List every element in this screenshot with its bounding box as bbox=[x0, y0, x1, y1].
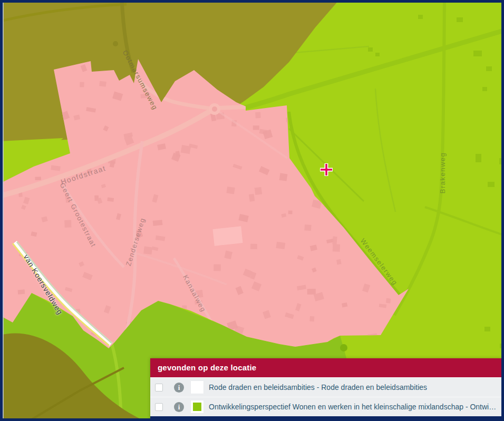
result-row: i Ontwikkelingsperspectief Wonen en werk… bbox=[150, 397, 501, 416]
results-panel-title: gevonden op deze locatie bbox=[150, 358, 501, 377]
result-checkbox[interactable] bbox=[155, 403, 163, 411]
roundabout bbox=[209, 103, 220, 115]
result-checkbox[interactable] bbox=[155, 384, 163, 391]
layer-swatch-green bbox=[191, 400, 203, 413]
result-label: Rode draden en beleidsambities - Rode dr… bbox=[209, 383, 501, 391]
map-viewer: Ootmarsumseweg Hoofdstraat Geert Grootes… bbox=[0, 0, 504, 421]
info-icon[interactable]: i bbox=[174, 383, 184, 393]
result-row: i Rode draden en beleidsambities - Rode … bbox=[150, 377, 501, 397]
result-label: Ontwikkelingsperspectief Wonen en werken… bbox=[209, 403, 501, 411]
panel-footer-bar bbox=[150, 416, 501, 421]
results-panel: gevonden op deze locatie i Rode draden e… bbox=[150, 358, 501, 421]
layer-swatch-white bbox=[191, 381, 203, 394]
info-icon[interactable]: i bbox=[174, 402, 184, 412]
